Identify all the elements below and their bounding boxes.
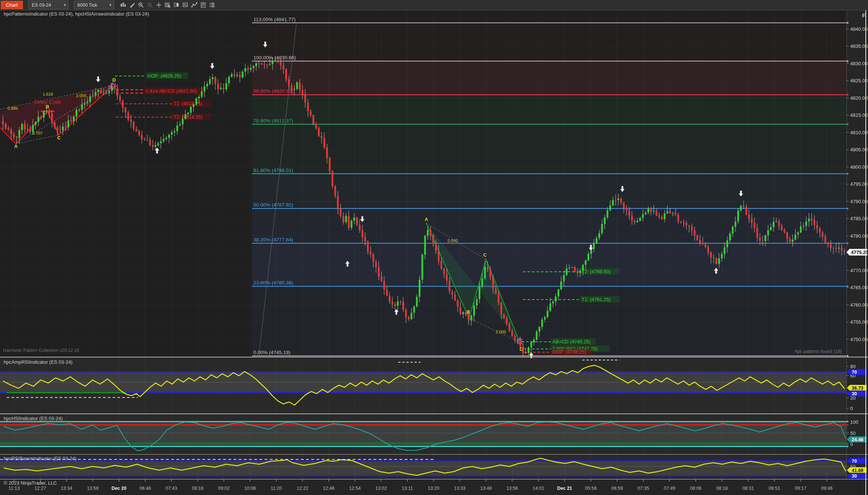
price-axis-label: 4805.00	[850, 147, 868, 152]
fib-axis-tick	[847, 173, 848, 175]
current-price-badge: 4775.25	[847, 249, 868, 255]
time-axis-label: 08:31	[742, 486, 754, 491]
time-axis-label: 12:27	[34, 486, 46, 491]
time-axis-label: 07:49	[664, 486, 675, 491]
target-label: HOP: (4826.25)	[147, 73, 181, 79]
pattern-ratio-label: 0.500	[448, 238, 458, 243]
target-label: 1.414 AB=CD (4821.50)	[146, 88, 197, 94]
price-axis-label: 4825.00	[850, 78, 868, 83]
fib-label: 23.60% (4765.36)	[253, 280, 293, 286]
fib-label: 61.80% (4798.01)	[253, 168, 293, 173]
fib-label: 100.00% (4830.66)	[253, 55, 296, 60]
indicator-value-badge: 30	[847, 390, 867, 396]
price-axis-label: 4770.00	[850, 268, 868, 273]
price-axis-label: 4765.00	[850, 285, 868, 290]
indicator-value-badge: 24.46	[847, 436, 867, 442]
time-axis-label: 13:20	[428, 486, 439, 491]
indicator-value-badge: 36.73	[847, 385, 867, 391]
chart-canvas[interactable]: 113.00% (4841.77)100.00% (4830.66)88.60%…	[0, 0, 868, 495]
target-label: T1: (4761.25)	[582, 297, 611, 302]
price-axis-label: 4795.00	[850, 181, 868, 187]
time-axis-label: 13:11	[402, 486, 413, 491]
price-axis-label: 4815.00	[850, 112, 868, 118]
pattern-point-label: C	[57, 135, 61, 141]
fib-label: 38.20% (4777.84)	[253, 237, 293, 242]
target-label: HOP: (4746.25)	[552, 349, 586, 355]
fib-band	[252, 61, 847, 95]
target-label: T2: (4814.25)	[173, 114, 202, 120]
time-axis-label: 11:20	[271, 486, 282, 491]
time-axis-label: 09:46	[821, 486, 832, 491]
fib-axis-tick	[847, 208, 848, 209]
indicator-axis-tick	[847, 443, 848, 444]
fib-band	[252, 286, 847, 356]
indicator-axis-label: 100	[850, 419, 858, 425]
target-label: T1: (4818.25)	[173, 101, 202, 106]
pattern-point-label: C	[483, 252, 487, 258]
time-axis-label: 13:56	[506, 486, 518, 491]
fib-band	[252, 124, 847, 174]
pattern-ratio-label: 1.618	[43, 92, 53, 96]
svg-text:70: 70	[852, 459, 857, 464]
pattern-ratio-label: 2.000	[496, 330, 506, 334]
price-axis-label: 4810.00	[850, 130, 868, 135]
time-axis-label: 08:51	[769, 486, 780, 491]
indicator-value-badge: 41.69	[847, 467, 867, 473]
time-axis-label: 12:54	[349, 486, 360, 491]
time-axis-label: 09:17	[795, 486, 806, 491]
pattern-ratio-label: 2.000	[76, 93, 86, 98]
pattern-point-label: B	[466, 309, 470, 315]
svg-text:36.73: 36.73	[852, 386, 863, 391]
indicator-axis-tick	[847, 424, 848, 426]
pattern-point-label: A	[14, 143, 18, 149]
fib-axis-tick	[847, 242, 848, 244]
pattern-point-label: A	[425, 217, 428, 222]
price-axis-label: 4830.00	[850, 61, 868, 66]
fib-band	[252, 23, 847, 61]
fib-band	[252, 243, 847, 286]
svg-text:41.69: 41.69	[852, 468, 863, 473]
price-axis-label: 4780.00	[850, 233, 868, 239]
fib-label: 0.00% (4745.19)	[253, 350, 290, 355]
fib-label: 78.60% (4812.37)	[253, 118, 293, 123]
time-axis-label: 13:34	[61, 486, 72, 491]
price-axis-label: 4760.00	[850, 302, 868, 308]
indicator-value-badge: 70	[847, 458, 867, 464]
indicator-axis-label: 50	[850, 430, 855, 436]
target-label: AB=CD (4749.25)	[552, 339, 591, 344]
time-axis-label: 06:48	[139, 486, 151, 491]
fib-axis-tick	[847, 94, 848, 95]
price-axis-label: 4790.00	[850, 199, 868, 204]
time-axis-label: 12:46	[323, 486, 335, 491]
time-axis-label: 12:22	[297, 486, 308, 491]
time-axis-label: 11:13	[9, 486, 20, 491]
time-axis-label: 13:33	[454, 486, 465, 491]
time-axis-label: 09:02	[218, 486, 230, 491]
time-axis-label: 10:08	[244, 486, 256, 491]
pattern-name-label: Deep Crab	[34, 99, 61, 105]
svg-text:30: 30	[852, 391, 857, 396]
indicator-axis-tick	[847, 446, 848, 447]
fib-band	[252, 95, 847, 124]
pattern-ratio-label: 0.707	[32, 131, 43, 135]
price-axis-label: 4835.00	[850, 43, 868, 49]
time-axis-label: 13:02	[375, 486, 387, 491]
indicator-value-badge: 70	[847, 369, 867, 375]
target-label: T2: (4769.50)	[582, 269, 611, 274]
pattern-point-label: D	[112, 77, 116, 83]
fib-label: 113.00% (4841.77)	[253, 17, 296, 22]
time-axis-label: 08:18	[716, 486, 728, 491]
time-axis-label: 13:59	[87, 486, 99, 491]
fib-band	[252, 174, 847, 209]
fib-axis-tick	[847, 60, 848, 62]
fib-axis-tick	[847, 22, 848, 24]
indicator-axis-label: 0	[850, 406, 853, 411]
time-axis-label: 08:18	[192, 486, 203, 491]
ninjatrader-chart-window: Chart ES 03-24 ▾ 6000 Tick ▾ 113.00% (48…	[0, 0, 868, 495]
time-axis-label: Dec 21	[557, 486, 572, 491]
time-axis-label: 06:59	[611, 486, 623, 491]
time-axis-label: 07:35	[638, 486, 649, 491]
time-axis-label: Dec 20	[112, 486, 126, 491]
time-axis-label: 13:48	[480, 486, 492, 491]
fib-axis-tick	[847, 123, 848, 125]
